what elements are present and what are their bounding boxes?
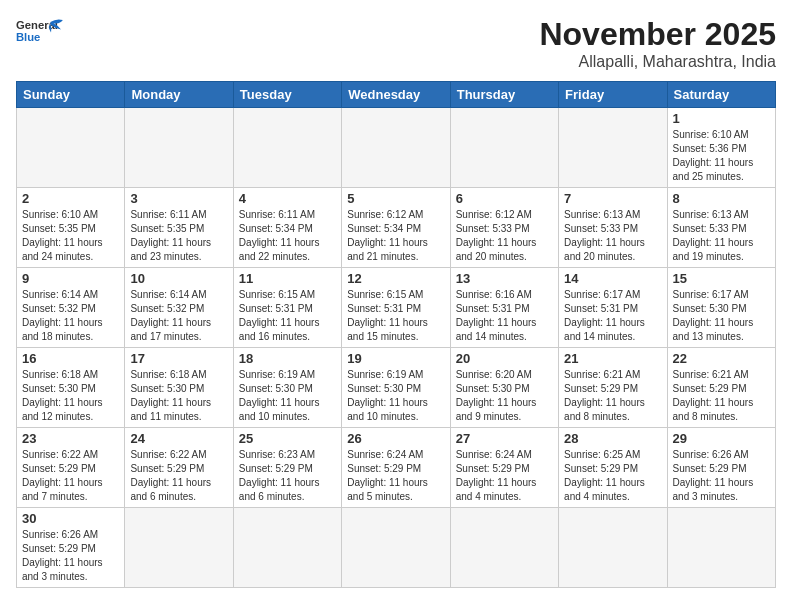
- calendar-title-area: November 2025 Allapalli, Maharashtra, In…: [539, 16, 776, 71]
- table-row: 13 Sunrise: 6:16 AM Sunset: 5:31 PM Dayl…: [450, 268, 558, 348]
- day-info: Sunrise: 6:12 AM Sunset: 5:33 PM Dayligh…: [456, 208, 553, 264]
- table-row: 24 Sunrise: 6:22 AM Sunset: 5:29 PM Dayl…: [125, 428, 233, 508]
- day-info: Sunrise: 6:13 AM Sunset: 5:33 PM Dayligh…: [564, 208, 661, 264]
- day-info: Sunrise: 6:17 AM Sunset: 5:31 PM Dayligh…: [564, 288, 661, 344]
- table-row: 11 Sunrise: 6:15 AM Sunset: 5:31 PM Dayl…: [233, 268, 341, 348]
- day-number: 8: [673, 191, 770, 206]
- empty-cell: [559, 108, 667, 188]
- day-number: 12: [347, 271, 444, 286]
- day-info: Sunrise: 6:18 AM Sunset: 5:30 PM Dayligh…: [22, 368, 119, 424]
- table-row: 17 Sunrise: 6:18 AM Sunset: 5:30 PM Dayl…: [125, 348, 233, 428]
- day-number: 24: [130, 431, 227, 446]
- header-thursday: Thursday: [450, 82, 558, 108]
- table-row: 3 Sunrise: 6:11 AM Sunset: 5:35 PM Dayli…: [125, 188, 233, 268]
- day-info: Sunrise: 6:10 AM Sunset: 5:35 PM Dayligh…: [22, 208, 119, 264]
- table-row: 1 Sunrise: 6:10 AM Sunset: 5:36 PM Dayli…: [667, 108, 775, 188]
- table-row: 5 Sunrise: 6:12 AM Sunset: 5:34 PM Dayli…: [342, 188, 450, 268]
- day-info: Sunrise: 6:15 AM Sunset: 5:31 PM Dayligh…: [347, 288, 444, 344]
- svg-text:Blue: Blue: [16, 31, 40, 43]
- day-number: 3: [130, 191, 227, 206]
- day-info: Sunrise: 6:19 AM Sunset: 5:30 PM Dayligh…: [239, 368, 336, 424]
- day-info: Sunrise: 6:10 AM Sunset: 5:36 PM Dayligh…: [673, 128, 770, 184]
- table-row: 6 Sunrise: 6:12 AM Sunset: 5:33 PM Dayli…: [450, 188, 558, 268]
- day-number: 11: [239, 271, 336, 286]
- calendar-week-row: 23 Sunrise: 6:22 AM Sunset: 5:29 PM Dayl…: [17, 428, 776, 508]
- day-info: Sunrise: 6:23 AM Sunset: 5:29 PM Dayligh…: [239, 448, 336, 504]
- table-row: 20 Sunrise: 6:20 AM Sunset: 5:30 PM Dayl…: [450, 348, 558, 428]
- empty-cell: [559, 508, 667, 588]
- header-saturday: Saturday: [667, 82, 775, 108]
- day-info: Sunrise: 6:11 AM Sunset: 5:34 PM Dayligh…: [239, 208, 336, 264]
- day-info: Sunrise: 6:21 AM Sunset: 5:29 PM Dayligh…: [673, 368, 770, 424]
- weekday-header-row: Sunday Monday Tuesday Wednesday Thursday…: [17, 82, 776, 108]
- table-row: 25 Sunrise: 6:23 AM Sunset: 5:29 PM Dayl…: [233, 428, 341, 508]
- day-number: 29: [673, 431, 770, 446]
- day-number: 17: [130, 351, 227, 366]
- empty-cell: [342, 508, 450, 588]
- empty-cell: [450, 108, 558, 188]
- day-info: Sunrise: 6:22 AM Sunset: 5:29 PM Dayligh…: [22, 448, 119, 504]
- day-number: 28: [564, 431, 661, 446]
- table-row: 19 Sunrise: 6:19 AM Sunset: 5:30 PM Dayl…: [342, 348, 450, 428]
- day-info: Sunrise: 6:24 AM Sunset: 5:29 PM Dayligh…: [347, 448, 444, 504]
- day-info: Sunrise: 6:14 AM Sunset: 5:32 PM Dayligh…: [22, 288, 119, 344]
- table-row: 12 Sunrise: 6:15 AM Sunset: 5:31 PM Dayl…: [342, 268, 450, 348]
- day-number: 2: [22, 191, 119, 206]
- table-row: 22 Sunrise: 6:21 AM Sunset: 5:29 PM Dayl…: [667, 348, 775, 428]
- day-number: 5: [347, 191, 444, 206]
- day-info: Sunrise: 6:24 AM Sunset: 5:29 PM Dayligh…: [456, 448, 553, 504]
- table-row: 18 Sunrise: 6:19 AM Sunset: 5:30 PM Dayl…: [233, 348, 341, 428]
- day-number: 20: [456, 351, 553, 366]
- calendar-location: Allapalli, Maharashtra, India: [539, 53, 776, 71]
- day-number: 22: [673, 351, 770, 366]
- table-row: 26 Sunrise: 6:24 AM Sunset: 5:29 PM Dayl…: [342, 428, 450, 508]
- table-row: 30 Sunrise: 6:26 AM Sunset: 5:29 PM Dayl…: [17, 508, 125, 588]
- table-row: 10 Sunrise: 6:14 AM Sunset: 5:32 PM Dayl…: [125, 268, 233, 348]
- empty-cell: [233, 508, 341, 588]
- table-row: 29 Sunrise: 6:26 AM Sunset: 5:29 PM Dayl…: [667, 428, 775, 508]
- calendar-week-row: 2 Sunrise: 6:10 AM Sunset: 5:35 PM Dayli…: [17, 188, 776, 268]
- day-info: Sunrise: 6:26 AM Sunset: 5:29 PM Dayligh…: [22, 528, 119, 584]
- day-number: 18: [239, 351, 336, 366]
- calendar-week-row: 9 Sunrise: 6:14 AM Sunset: 5:32 PM Dayli…: [17, 268, 776, 348]
- day-info: Sunrise: 6:20 AM Sunset: 5:30 PM Dayligh…: [456, 368, 553, 424]
- table-row: 16 Sunrise: 6:18 AM Sunset: 5:30 PM Dayl…: [17, 348, 125, 428]
- table-row: 21 Sunrise: 6:21 AM Sunset: 5:29 PM Dayl…: [559, 348, 667, 428]
- empty-cell: [450, 508, 558, 588]
- day-number: 6: [456, 191, 553, 206]
- day-number: 1: [673, 111, 770, 126]
- page-header: General Blue November 2025 Allapalli, Ma…: [16, 16, 776, 71]
- day-info: Sunrise: 6:14 AM Sunset: 5:32 PM Dayligh…: [130, 288, 227, 344]
- calendar-table: Sunday Monday Tuesday Wednesday Thursday…: [16, 81, 776, 588]
- header-tuesday: Tuesday: [233, 82, 341, 108]
- day-info: Sunrise: 6:21 AM Sunset: 5:29 PM Dayligh…: [564, 368, 661, 424]
- day-number: 9: [22, 271, 119, 286]
- day-info: Sunrise: 6:26 AM Sunset: 5:29 PM Dayligh…: [673, 448, 770, 504]
- day-number: 13: [456, 271, 553, 286]
- day-number: 27: [456, 431, 553, 446]
- day-number: 16: [22, 351, 119, 366]
- calendar-week-row: 16 Sunrise: 6:18 AM Sunset: 5:30 PM Dayl…: [17, 348, 776, 428]
- header-monday: Monday: [125, 82, 233, 108]
- day-info: Sunrise: 6:22 AM Sunset: 5:29 PM Dayligh…: [130, 448, 227, 504]
- day-info: Sunrise: 6:18 AM Sunset: 5:30 PM Dayligh…: [130, 368, 227, 424]
- table-row: 2 Sunrise: 6:10 AM Sunset: 5:35 PM Dayli…: [17, 188, 125, 268]
- header-wednesday: Wednesday: [342, 82, 450, 108]
- empty-cell: [17, 108, 125, 188]
- table-row: 4 Sunrise: 6:11 AM Sunset: 5:34 PM Dayli…: [233, 188, 341, 268]
- day-info: Sunrise: 6:15 AM Sunset: 5:31 PM Dayligh…: [239, 288, 336, 344]
- empty-cell: [342, 108, 450, 188]
- day-number: 4: [239, 191, 336, 206]
- table-row: 9 Sunrise: 6:14 AM Sunset: 5:32 PM Dayli…: [17, 268, 125, 348]
- empty-cell: [667, 508, 775, 588]
- day-number: 30: [22, 511, 119, 526]
- table-row: 8 Sunrise: 6:13 AM Sunset: 5:33 PM Dayli…: [667, 188, 775, 268]
- day-number: 7: [564, 191, 661, 206]
- day-info: Sunrise: 6:13 AM Sunset: 5:33 PM Dayligh…: [673, 208, 770, 264]
- table-row: 7 Sunrise: 6:13 AM Sunset: 5:33 PM Dayli…: [559, 188, 667, 268]
- day-info: Sunrise: 6:11 AM Sunset: 5:35 PM Dayligh…: [130, 208, 227, 264]
- table-row: 27 Sunrise: 6:24 AM Sunset: 5:29 PM Dayl…: [450, 428, 558, 508]
- empty-cell: [233, 108, 341, 188]
- day-number: 26: [347, 431, 444, 446]
- day-number: 21: [564, 351, 661, 366]
